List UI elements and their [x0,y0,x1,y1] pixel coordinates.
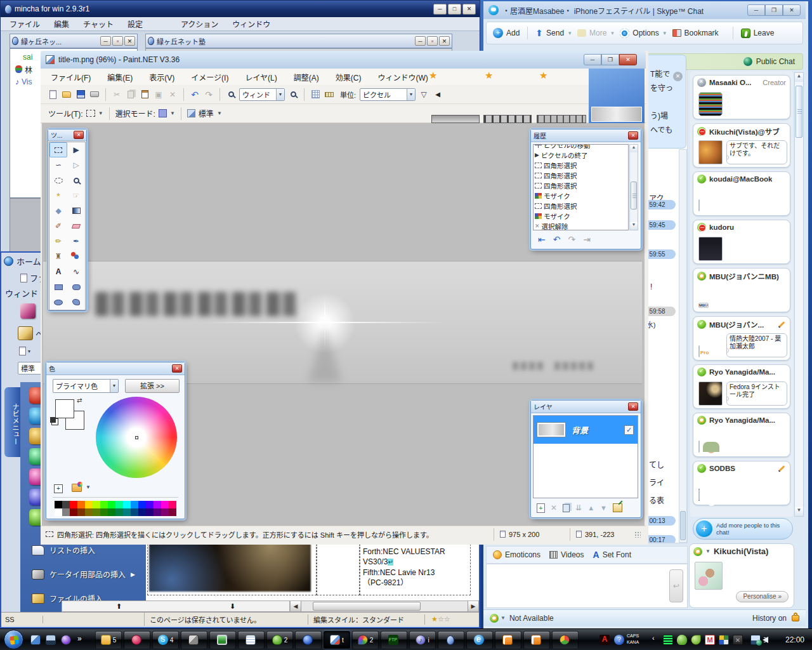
tray-grid-icon[interactable] [663,635,673,645]
contact-card[interactable]: Ryo Yanagida/Ma... Fedora 9インストール完了 [693,364,790,409]
contact-card[interactable]: Kikuchi(Vista)@サブ サブです、それだけです。 [693,123,790,168]
start-button[interactable] [4,630,23,649]
scrollbar-thumb[interactable] [680,511,686,540]
skype-options-button[interactable]: Options ▼ [620,29,667,38]
skype-minimize-button[interactable]: ─ [747,4,765,16]
hpb-nav-scroll-strip[interactable]: ⬆ ⬇ [62,600,290,612]
tray-volume-icon[interactable] [763,637,768,643]
fast-forward-button[interactable]: ⇥ [583,234,591,244]
set-font-button[interactable]: A Set Font [593,550,631,560]
tool-clone-stamp[interactable]: ♜ [49,249,67,264]
tool-line-curve[interactable]: ∿ [67,264,85,279]
tool-zoom[interactable] [67,173,85,188]
taskbar-button-cs[interactable] [124,631,150,649]
taskbar-button-monitor[interactable] [209,631,236,649]
self-status-icon[interactable] [490,614,499,623]
tool-paintbrush[interactable]: ✐ [49,218,67,234]
colors-palette-titlebar[interactable]: 色 ✕ [46,362,185,375]
paint-menu-file[interactable]: ファイル(F) [51,72,91,83]
skype-close-button[interactable]: ✕ [783,4,801,16]
tools-palette-titlebar[interactable]: ツ... ✕ [48,129,86,141]
skype-send-button[interactable]: ⬆ Send ▼ [535,28,572,38]
quicklaunch-switcher-icon[interactable] [30,635,41,645]
videos-button[interactable]: Videos [549,550,584,559]
taskbar-button-volume[interactable] [181,631,207,649]
tray-collapse-icon[interactable]: ‹ [652,634,655,642]
color-swatch[interactable] [62,508,70,516]
tool-pan[interactable]: ☞ [67,188,85,203]
crop-button[interactable]: ▣ [153,89,164,100]
tool-eraser[interactable] [67,218,85,234]
layer-visibility-checkbox[interactable]: ✓ [624,425,634,435]
color-swatch[interactable] [62,501,70,508]
tool-rectangle-select[interactable] [49,142,67,157]
move-layer-down-button[interactable]: ▼ [600,504,607,512]
palette-manager-icon[interactable] [72,484,82,492]
child-minimize-button[interactable]: ─ [415,36,426,46]
tray-help-icon[interactable]: ? [614,635,624,645]
zoom-in-icon[interactable] [287,89,299,100]
mincha-menu-edit[interactable]: 編集 [54,18,69,29]
dropdown-arrow-icon[interactable]: ▼ [110,380,118,392]
contact-card[interactable]: koudai@MacBook [693,171,790,216]
color-swatch[interactable] [123,508,131,516]
image-thumbnail[interactable] [537,115,586,123]
copy-button[interactable] [125,89,136,100]
emoticons-button[interactable]: Emoticons [493,550,540,559]
color-swatch[interactable] [138,508,146,516]
color-swatch[interactable] [70,508,77,516]
tray-x-icon[interactable]: ✕ [733,635,743,645]
dropdown-arrow-icon[interactable]: ▼ [276,89,284,100]
color-swatch[interactable] [146,501,154,508]
taskbar-button-folder[interactable]: 5 [95,631,122,649]
tool-ellipse[interactable] [49,295,67,310]
new-file-button[interactable] [47,89,58,100]
quicklaunch-more-icon[interactable]: » [77,634,82,643]
color-mode-combo[interactable]: プライマリ色 ▼ [53,379,119,393]
add-layer-button[interactable]: + [537,503,545,513]
resize-grip[interactable] [634,531,641,538]
color-swatch[interactable] [115,501,123,508]
tool-text[interactable]: A [49,264,67,279]
merge-down-button[interactable]: ⇊ [575,503,582,512]
scroll-up-icon[interactable]: ▲ [630,145,638,152]
quicklaunch-media-icon[interactable] [61,635,71,645]
zoom-level-combo[interactable]: ウィンド ▼ [239,88,285,101]
tool-gradient[interactable] [67,203,85,218]
close-icon[interactable]: ✕ [172,364,182,373]
primary-color-swatch[interactable] [55,399,74,418]
scroll-up-icon[interactable]: ▲ [795,73,803,82]
color-swatch[interactable] [85,501,93,508]
history-item[interactable]: モザイク [534,211,628,221]
undo-button[interactable]: ↶ [553,234,561,244]
availability-label[interactable]: Not Available [509,614,554,623]
mincha-menu-action[interactable]: アクション [181,18,218,29]
history-item[interactable]: 四角形選択 [534,201,628,211]
paint-maximize-button[interactable]: ❐ [601,54,619,65]
color-swatch[interactable] [77,501,85,508]
scrollbar-thumb[interactable] [796,86,802,138]
color-swatch[interactable] [93,508,100,516]
active-image-thumbnail[interactable] [591,107,642,122]
color-swatch[interactable] [123,501,131,508]
taskbar-button-messenger[interactable]: 2 [266,631,293,649]
paint-menu-effects[interactable]: 効果(C) [336,72,362,83]
close-icon[interactable]: ✕ [74,131,84,139]
taskbar-button-notepad[interactable] [238,631,265,649]
scrollbar-thumb[interactable] [631,182,637,209]
color-swatch[interactable] [169,508,176,516]
paint-menu-adjustments[interactable]: 調整(A) [294,72,319,83]
color-swatch[interactable] [55,508,62,516]
tray-gmail-icon[interactable]: M [705,635,715,645]
tool-magic-wand[interactable]: * [49,188,67,203]
scroll-down-icon[interactable]: ⬇ [230,602,235,611]
color-swatch[interactable] [146,508,154,516]
skype-add-button[interactable]: + Add [493,28,520,38]
hpb-newpage-tool[interactable]: ▾ [19,347,30,355]
ruler-toggle-icon[interactable] [324,89,335,100]
child-close-button[interactable]: ✕ [124,36,135,46]
contacts-scrollbar[interactable]: ▲ ▼ [794,72,804,517]
delete-layer-button[interactable]: ✕ [551,503,557,512]
tool-rounded-rectangle[interactable] [67,279,85,295]
mincha-menu-file[interactable]: ファイル [10,18,40,29]
